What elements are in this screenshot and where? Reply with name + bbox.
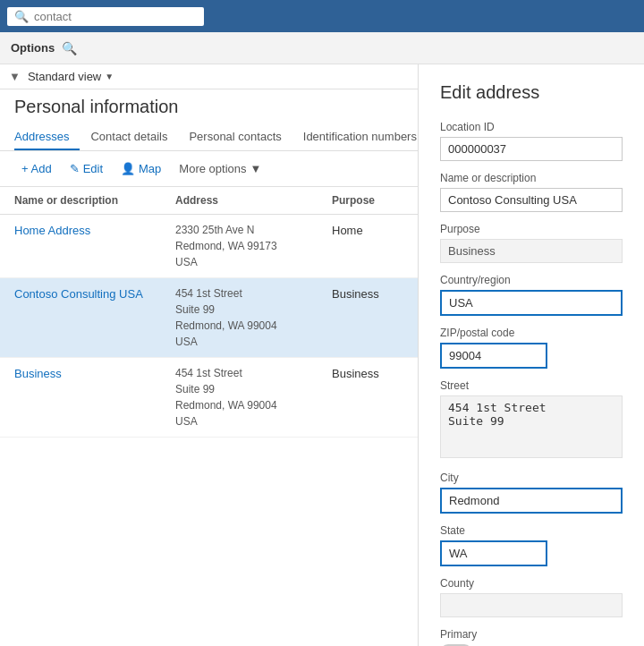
- row-name: Business: [14, 365, 175, 429]
- col-address: Address: [175, 191, 332, 210]
- view-selector[interactable]: Standard view ▼: [28, 70, 114, 83]
- tab-identification-numbers[interactable]: Identification numbers: [292, 124, 419, 150]
- chevron-down-icon: ▼: [105, 72, 114, 81]
- search-icon: 🔍: [14, 10, 29, 23]
- left-panel: ▼ Standard view ▼ Personal information A…: [0, 64, 419, 646]
- state-group: State: [440, 524, 623, 566]
- tabs: Addresses Contact details Personal conta…: [0, 117, 418, 151]
- row-address: 2330 25th Ave N Redmond, WA 99173 USA: [175, 222, 332, 270]
- zip-label: ZIP/postal code: [440, 327, 623, 339]
- row-address: 454 1st Street Suite 99 Redmond, WA 9900…: [175, 365, 332, 429]
- table-row[interactable]: Contoso Consulting USA 454 1st Street Su…: [0, 278, 418, 358]
- country-input[interactable]: [440, 290, 623, 316]
- chevron-more-icon: ▼: [250, 162, 261, 175]
- state-input[interactable]: [440, 540, 547, 566]
- page-title: Personal information: [14, 97, 403, 117]
- state-label: State: [440, 524, 623, 537]
- street-input[interactable]: 454 1st Street Suite 99: [440, 395, 623, 458]
- more-options-button[interactable]: More options ▼: [172, 158, 268, 179]
- location-id-input[interactable]: [440, 137, 623, 161]
- street-label: Street: [440, 379, 623, 392]
- country-label: Country/region: [440, 274, 623, 286]
- map-icon: 👤: [121, 162, 135, 175]
- page-title-area: Personal information: [0, 89, 418, 117]
- county-input[interactable]: [440, 593, 623, 617]
- name-input[interactable]: [440, 188, 623, 212]
- city-group: City: [440, 472, 623, 514]
- tab-personal-contacts[interactable]: Personal contacts: [178, 124, 292, 150]
- purpose-input: [440, 239, 623, 263]
- edit-address-panel: Edit address Location ID Name or descrip…: [419, 64, 644, 646]
- view-label: Standard view: [28, 70, 101, 83]
- edit-panel-title: Edit address: [440, 82, 623, 103]
- name-label: Name or description: [440, 172, 623, 184]
- city-input[interactable]: [440, 488, 623, 514]
- table-row[interactable]: Business 454 1st Street Suite 99 Redmond…: [0, 358, 418, 438]
- row-purpose: Business: [332, 365, 403, 429]
- name-group: Name or description: [440, 172, 623, 212]
- purpose-group: Purpose: [440, 223, 623, 263]
- row-purpose: Home: [332, 222, 403, 270]
- city-label: City: [440, 472, 623, 484]
- map-button[interactable]: 👤 Map: [114, 158, 168, 179]
- edit-icon: ✎: [70, 162, 80, 175]
- row-purpose: Business: [332, 285, 403, 350]
- filter-strip: ▼ Standard view ▼: [0, 64, 418, 89]
- purpose-label: Purpose: [440, 223, 623, 235]
- add-button[interactable]: + Add: [14, 158, 59, 179]
- options-label: Options: [11, 41, 55, 55]
- location-id-label: Location ID: [440, 121, 623, 133]
- row-name: Contoso Consulting USA: [14, 285, 175, 350]
- country-group: Country/region: [440, 274, 623, 316]
- filter-icon[interactable]: ▼: [9, 70, 21, 83]
- primary-label: Primary: [440, 628, 623, 641]
- tab-contact-details[interactable]: Contact details: [80, 124, 178, 150]
- options-bar: Options 🔍: [0, 32, 644, 64]
- search-input[interactable]: [34, 10, 197, 23]
- top-bar: 🔍: [0, 0, 644, 32]
- row-address: 454 1st Street Suite 99 Redmond, WA 9900…: [175, 285, 332, 350]
- col-name: Name or description: [14, 191, 175, 210]
- edit-button[interactable]: ✎ Edit: [63, 158, 110, 179]
- zip-group: ZIP/postal code: [440, 327, 623, 369]
- primary-group: Primary No: [440, 628, 623, 646]
- table-area: Name or description Address Purpose Home…: [0, 187, 418, 646]
- toolbar: + Add ✎ Edit 👤 Map More options ▼: [0, 151, 418, 187]
- options-search-icon[interactable]: 🔍: [62, 41, 77, 55]
- county-label: County: [440, 577, 623, 590]
- county-group: County: [440, 577, 623, 617]
- search-box[interactable]: 🔍: [7, 7, 204, 26]
- tab-addresses[interactable]: Addresses: [14, 124, 80, 150]
- col-purpose: Purpose: [332, 191, 403, 210]
- zip-input[interactable]: [440, 343, 547, 369]
- main-area: ▼ Standard view ▼ Personal information A…: [0, 64, 644, 646]
- street-group: Street 454 1st Street Suite 99: [440, 379, 623, 461]
- table-row[interactable]: Home Address 2330 25th Ave N Redmond, WA…: [0, 215, 418, 278]
- location-id-group: Location ID: [440, 121, 623, 161]
- table-header: Name or description Address Purpose: [0, 187, 418, 215]
- row-name: Home Address: [14, 222, 175, 270]
